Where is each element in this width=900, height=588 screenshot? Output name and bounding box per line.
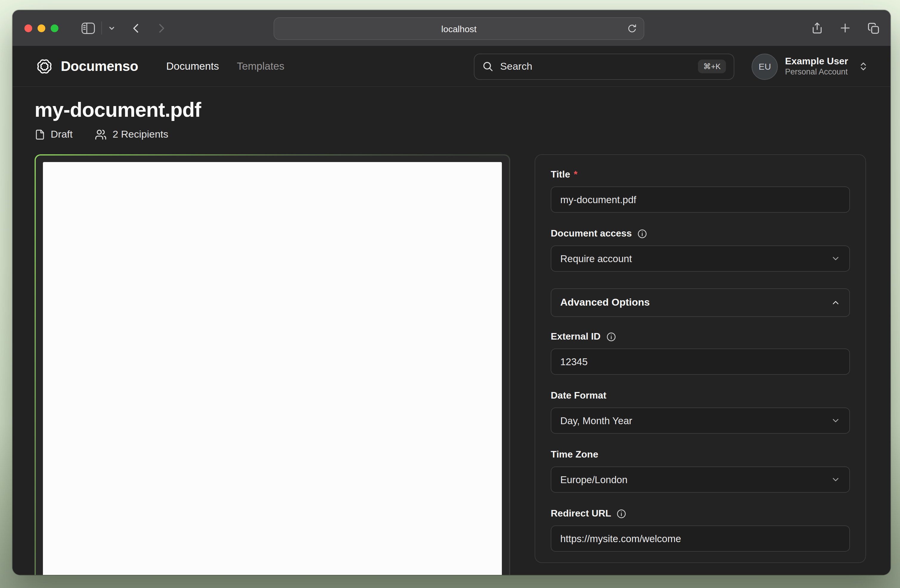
users-icon	[94, 129, 107, 141]
documenso-app: Documenso Documents Templates Search ⌘+K	[12, 46, 891, 575]
external-id-label: External ID	[551, 331, 850, 342]
title-input[interactable]	[551, 186, 850, 213]
redirect-url-group: Redirect URL	[551, 508, 850, 552]
external-id-group: External ID	[551, 331, 850, 375]
account-info: Example User Personal Account	[785, 56, 848, 77]
document-access-label-text: Document access	[551, 228, 632, 239]
zoom-window-button[interactable]	[51, 24, 58, 32]
brand-name: Documenso	[61, 58, 138, 74]
nav-templates[interactable]: Templates	[237, 60, 285, 73]
document-access-label: Document access	[551, 228, 850, 239]
account-subtitle: Personal Account	[785, 67, 848, 77]
document-access-value: Require account	[560, 253, 632, 264]
redirect-url-label: Redirect URL	[551, 508, 850, 519]
minimize-window-button[interactable]	[37, 24, 45, 32]
date-format-value: Day, Month Year	[560, 415, 632, 426]
chevron-down-icon	[831, 475, 840, 484]
time-zone-label: Time Zone	[551, 449, 850, 460]
share-icon[interactable]	[811, 22, 823, 34]
date-format-select[interactable]: Day, Month Year	[551, 407, 850, 434]
info-icon[interactable]	[617, 509, 627, 518]
status-recipients: 2 Recipients	[94, 129, 168, 141]
window-controls	[25, 24, 58, 32]
documenso-logo-icon	[34, 57, 54, 76]
document-preview-frame	[36, 155, 509, 575]
app-header: Documenso Documents Templates Search ⌘+K	[12, 46, 891, 87]
pdf-page[interactable]	[43, 162, 502, 575]
avatar-initials: EU	[759, 61, 771, 71]
external-id-input[interactable]	[551, 348, 850, 375]
info-icon[interactable]	[637, 229, 647, 238]
tab-overview-icon[interactable]	[867, 22, 880, 34]
document-access-select[interactable]: Require account	[551, 246, 850, 272]
info-icon[interactable]	[606, 331, 616, 342]
account-menu[interactable]: EU Example User Personal Account	[752, 53, 868, 79]
nav-documents[interactable]: Documents	[166, 60, 219, 73]
address-bar[interactable]: localhost	[273, 17, 644, 40]
forward-button[interactable]	[155, 22, 167, 34]
browser-window: localhost	[12, 10, 891, 575]
sidebar-chevron-down-icon[interactable]	[108, 24, 116, 32]
time-zone-value: Europe/London	[560, 474, 628, 485]
brand[interactable]: Documenso	[34, 57, 138, 76]
toolbar-right-actions	[811, 10, 880, 46]
page-title: my-document.pdf	[34, 96, 866, 123]
date-format-label: Date Format	[551, 390, 850, 401]
reload-icon[interactable]	[627, 23, 637, 34]
main-content: my-document.pdf Draft	[12, 96, 891, 575]
status-draft: Draft	[34, 129, 73, 141]
status-row: Draft 2 Recipients	[34, 129, 866, 141]
time-zone-select[interactable]: Europe/London	[551, 466, 850, 493]
date-format-group: Date Format Day, Month Year	[551, 390, 850, 434]
chevron-down-icon	[831, 254, 840, 263]
main-nav: Documents Templates	[166, 60, 285, 73]
avatar: EU	[752, 53, 778, 79]
recipients-label: 2 Recipients	[113, 129, 168, 141]
address-bar-url: localhost	[441, 23, 476, 34]
file-icon	[34, 129, 45, 141]
close-window-button[interactable]	[25, 24, 32, 32]
chevrons-up-down-icon	[858, 61, 868, 71]
chevron-down-icon	[831, 416, 840, 426]
document-access-group: Document access Req	[551, 228, 850, 272]
content-columns: Title * Document access	[34, 154, 866, 575]
search-input[interactable]: Search ⌘+K	[474, 53, 734, 79]
date-format-label-text: Date Format	[551, 390, 607, 401]
document-settings-panel: Title * Document access	[535, 154, 866, 563]
document-preview-card	[34, 154, 510, 575]
desktop: localhost	[0, 0, 900, 588]
required-asterisk: *	[574, 169, 577, 180]
external-id-label-text: External ID	[551, 331, 601, 342]
toolbar-divider	[101, 22, 102, 34]
sidebar-toggle-icon[interactable]	[81, 22, 95, 34]
redirect-url-label-text: Redirect URL	[551, 508, 611, 519]
search-icon	[482, 61, 493, 72]
chevron-up-icon	[831, 298, 840, 307]
account-name: Example User	[785, 56, 848, 67]
time-zone-group: Time Zone Europe/London	[551, 449, 850, 493]
status-label: Draft	[51, 129, 73, 141]
search-shortcut-badge: ⌘+K	[698, 60, 726, 73]
back-button[interactable]	[130, 22, 142, 34]
redirect-url-input[interactable]	[551, 525, 850, 552]
title-field-label: Title *	[551, 169, 850, 180]
search-placeholder: Search	[500, 60, 532, 73]
browser-toolbar: localhost	[12, 10, 891, 46]
advanced-options-toggle[interactable]: Advanced Options	[551, 288, 850, 317]
advanced-options-label: Advanced Options	[560, 297, 650, 309]
title-label-text: Title	[551, 169, 570, 180]
time-zone-label-text: Time Zone	[551, 449, 598, 460]
new-tab-icon[interactable]	[839, 22, 851, 34]
